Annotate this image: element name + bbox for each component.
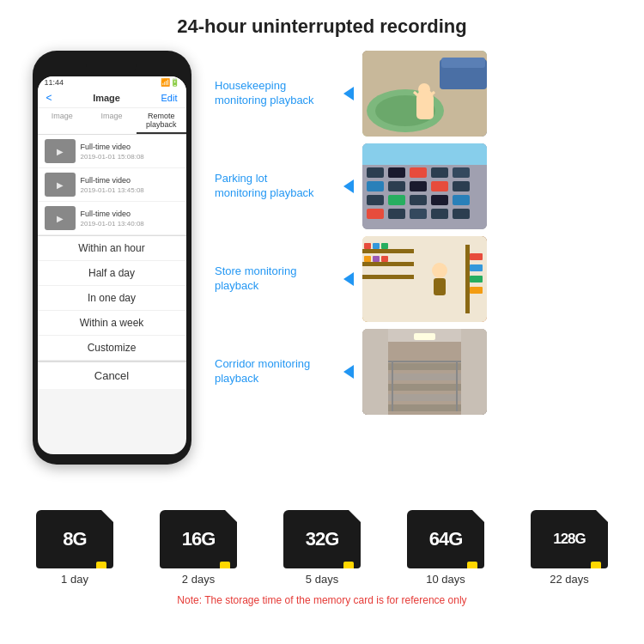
dropdown-item-4[interactable]: Customize (38, 336, 186, 361)
video-thumb-2 (45, 173, 76, 197)
sd-notch-3 (472, 510, 484, 522)
svg-rect-32 (362, 249, 414, 253)
video-item-1[interactable]: Full-time video 2019-01-01 15:08:08 (38, 135, 186, 168)
storage-days-4: 22 days (550, 573, 589, 586)
video-thumb-3 (45, 206, 76, 230)
sd-size-4: 128G (553, 531, 586, 548)
video-item-3[interactable]: Full-time video 2019-01-01 13:40:08 (38, 202, 186, 235)
monitoring-label-0: Housekeepingmonitoring playback (215, 79, 335, 108)
storage-card-3: 64G 10 days (407, 510, 484, 586)
svg-rect-60 (414, 333, 435, 340)
svg-rect-14 (431, 167, 448, 178)
monitoring-label-1: Parking lotmonitoring playback (215, 172, 335, 201)
storage-note: Note: The storage time of the memory car… (13, 591, 631, 606)
storage-card-4: 128G 22 days (531, 510, 608, 586)
storage-days-2: 5 days (306, 573, 338, 586)
sd-card-0: 8G (36, 510, 113, 568)
monitoring-arrow-3 (343, 365, 354, 379)
svg-rect-19 (431, 181, 448, 191)
sd-size-3: 64G (429, 528, 463, 550)
storage-card-0: 8G 1 day (36, 510, 113, 586)
svg-rect-18 (410, 181, 427, 191)
sd-notch-2 (349, 510, 361, 522)
edit-button[interactable]: Edit (161, 93, 178, 103)
store-image (362, 236, 487, 322)
svg-rect-56 (388, 404, 461, 411)
phone-tabs: Image Image Remote playback (38, 108, 186, 135)
nav-title: Image (93, 93, 120, 103)
sd-notch-0 (101, 510, 113, 522)
svg-rect-52 (388, 363, 461, 370)
monitoring-arrow-2 (343, 272, 354, 286)
svg-rect-34 (362, 275, 414, 279)
sd-size-2: 32G (306, 528, 339, 550)
dropdown-item-1[interactable]: Half a day (38, 261, 186, 286)
tab-image2[interactable]: Image (87, 108, 137, 134)
video-label-2: Full-time video (81, 176, 144, 185)
svg-rect-43 (465, 245, 470, 313)
svg-rect-24 (431, 195, 448, 205)
svg-rect-38 (364, 256, 371, 262)
storage-section: 8G 1 day 16G 2 days 32G 5 days 64G (0, 501, 644, 611)
video-label-3: Full-time video (81, 210, 144, 218)
sd-notch-4 (596, 510, 608, 522)
video-thumb-1 (45, 139, 76, 163)
sd-card-4: 128G (531, 510, 608, 568)
monitoring-row-2: Store monitoringplayback (215, 236, 627, 322)
dropdown-item-0[interactable]: Within an hour (38, 236, 186, 261)
monitoring-arrow-0 (343, 87, 354, 100)
tab-remote[interactable]: Remote playback (137, 108, 186, 134)
svg-rect-12 (388, 167, 405, 178)
video-date-1: 2019-01-01 15:08:08 (81, 153, 144, 161)
phone-screen: 11:44 📶🔋 < Image Edit Image Image Remote… (38, 76, 186, 454)
nav-bar: < Image Edit (38, 88, 186, 108)
tab-image[interactable]: Image (38, 108, 88, 134)
svg-rect-54 (388, 384, 461, 391)
svg-rect-6 (421, 95, 428, 108)
sd-size-1: 16G (182, 528, 216, 550)
svg-rect-26 (367, 209, 384, 219)
svg-rect-17 (388, 181, 405, 191)
svg-rect-50 (362, 329, 388, 415)
svg-rect-27 (388, 209, 405, 219)
phone-container: 11:44 📶🔋 < Image Edit Image Image Remote… (17, 46, 206, 501)
dropdown-item-2[interactable]: In one day (38, 286, 186, 311)
svg-rect-2 (441, 58, 485, 68)
cancel-button[interactable]: Cancel (38, 361, 186, 389)
dropdown-item-3[interactable]: Within a week (38, 311, 186, 336)
monitoring-img-0 (362, 51, 487, 137)
page-title: 24-hour uninterrupted recording (0, 0, 644, 46)
sd-size-0: 8G (63, 528, 86, 550)
svg-rect-33 (362, 262, 414, 266)
monitoring-img-1 (362, 143, 487, 229)
housekeeping-image (362, 51, 487, 137)
svg-point-5 (418, 83, 430, 95)
svg-rect-22 (388, 195, 405, 205)
svg-rect-10 (362, 143, 487, 165)
svg-rect-46 (470, 276, 483, 283)
main-content: 11:44 📶🔋 < Image Edit Image Image Remote… (0, 46, 644, 501)
svg-rect-37 (381, 243, 388, 249)
back-button[interactable]: < (46, 92, 52, 104)
svg-rect-16 (367, 181, 384, 191)
video-item-2[interactable]: Full-time video 2019-01-01 13:45:08 (38, 168, 186, 202)
svg-rect-47 (470, 287, 483, 294)
storage-days-0: 1 day (61, 573, 88, 586)
svg-rect-11 (367, 167, 384, 178)
svg-rect-55 (388, 394, 461, 401)
svg-rect-20 (453, 181, 470, 191)
svg-point-41 (432, 263, 447, 278)
corridor-image (362, 329, 487, 415)
storage-cards: 8G 1 day 16G 2 days 32G 5 days 64G (13, 510, 631, 586)
svg-rect-45 (470, 264, 483, 271)
video-date-3: 2019-01-01 13:40:08 (81, 220, 144, 228)
monitoring-img-3 (362, 329, 487, 415)
monitoring-label-2: Store monitoringplayback (215, 264, 335, 294)
monitoring-row-1: Parking lotmonitoring playback (215, 143, 627, 229)
monitoring-label-3: Corridor monitoringplayback (215, 357, 335, 386)
svg-rect-51 (461, 329, 487, 415)
storage-days-1: 2 days (182, 573, 215, 586)
sd-card-3: 64G (407, 510, 484, 568)
svg-rect-44 (470, 253, 483, 260)
svg-rect-13 (410, 167, 427, 178)
